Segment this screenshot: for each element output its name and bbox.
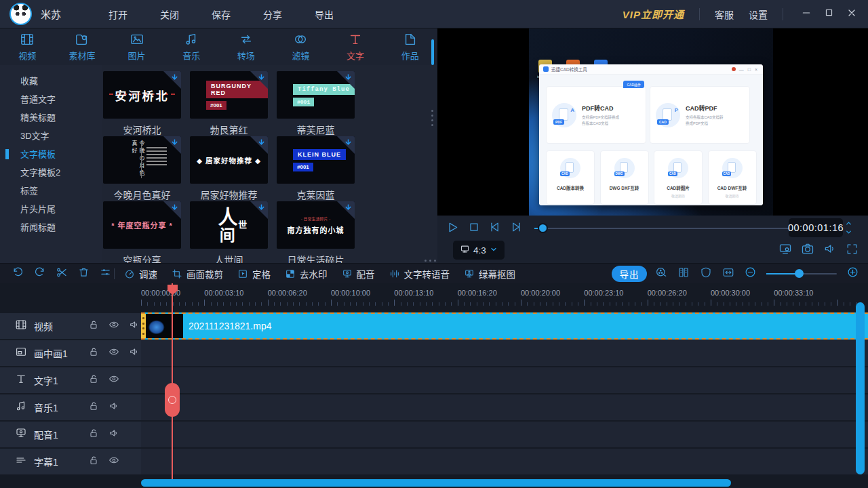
tool-crop[interactable]: 画面裁剪 [172,267,223,281]
download-button[interactable] [257,138,266,150]
track-header-2[interactable]: 文字1 [0,367,141,393]
tool-greenscreen[interactable]: 绿幕抠图 [464,267,515,281]
seek-handle[interactable] [538,223,548,233]
track-lock-toggle[interactable] [88,401,99,414]
tab-music[interactable]: 音乐 [164,28,219,65]
template-thumbnail[interactable]: 今晚の月色真好 [103,136,181,184]
menu-item-3[interactable]: 分享 [263,7,282,21]
zoom-in-button[interactable] [847,266,859,281]
screen-record-button[interactable] [778,242,792,258]
template-item[interactable]: - 日常生活碎片 -南方独有的小城日常生活碎片 [277,201,355,263]
playhead-handle[interactable] [165,383,180,417]
download-button[interactable] [344,73,353,85]
template-thumbnail[interactable]: 人世间 [190,201,268,249]
template-item[interactable]: 人世间人世间 [190,201,268,263]
template-thumbnail[interactable]: - 日常生活碎片 -南方独有的小城 [277,201,355,249]
sidebar-item-2[interactable]: 精美标题 [0,108,102,127]
zoom-out-button[interactable] [745,266,756,281]
download-button[interactable] [344,138,353,150]
track-lock-toggle[interactable] [88,346,99,360]
fit-timeline-button[interactable] [722,266,734,281]
next-frame-button[interactable] [509,220,523,237]
template-thumbnail[interactable]: * 年度空瓶分享 * [103,201,181,249]
minimize-button[interactable] [801,7,812,21]
sidebar-item-7[interactable]: 片头片尾 [0,200,102,218]
video-clip[interactable]: 202111231821.mp4 [141,312,868,340]
vertical-scrollbar[interactable] [856,302,865,474]
support-button[interactable]: 客服 [715,7,734,21]
close-button[interactable] [846,7,857,21]
download-button[interactable] [170,203,179,215]
tab-works[interactable]: 作品 [382,28,437,65]
maximize-button[interactable] [824,7,834,20]
tab-film[interactable]: 视频 [0,28,55,65]
delete-button[interactable] [78,266,90,281]
track-header-4[interactable]: 配音1 [0,422,141,447]
track-speaker-toggle[interactable] [108,401,119,414]
tool-watermark[interactable]: 去水印 [285,267,328,281]
play-button[interactable] [446,220,460,237]
track-eye-toggle[interactable] [108,373,119,387]
tab-filter[interactable]: 滤镜 [273,28,328,65]
template-item[interactable]: BURGUNDY RED#001勃艮第红 [190,71,268,136]
redo-button[interactable] [34,266,45,281]
split-view-button[interactable] [677,266,690,281]
settings-button[interactable]: 设置 [749,7,768,21]
template-item[interactable]: ◆ 居家好物推荐 ◆居家好物推荐 [190,136,268,201]
grid-scrollbar[interactable] [431,39,434,65]
tool-tts[interactable]: 文字转语音 [389,267,450,281]
sidebar-item-8[interactable]: 新闻标题 [0,218,102,237]
template-item[interactable]: 安河桥北安河桥北 [103,71,181,136]
template-item[interactable]: * 年度空瓶分享 *空瓶分享 [103,201,181,263]
download-button[interactable] [257,73,266,85]
tab-transition[interactable]: 转场 [219,28,274,65]
template-item[interactable]: Tiffany Blue#001蒂芙尼蓝 [277,71,355,136]
horizontal-scrollbar[interactable] [141,479,731,487]
previous-frame-button[interactable] [488,220,502,237]
tab-image[interactable]: 图片 [109,28,164,65]
track-eye-toggle[interactable] [108,319,119,333]
sidebar-item-0[interactable]: 收藏 [0,72,102,90]
tab-folder[interactable]: 素材库 [55,28,110,65]
track-header-3[interactable]: 音乐1 [0,394,141,420]
menu-item-2[interactable]: 保存 [212,7,231,21]
template-thumbnail[interactable]: 安河桥北 [103,71,181,119]
split-clip-button[interactable] [56,266,68,281]
spinner-up-icon[interactable] [845,220,852,227]
sidebar-item-4[interactable]: 文字模板 [0,145,102,163]
download-button[interactable] [170,138,179,150]
track-speaker-toggle[interactable] [129,346,140,360]
track-eye-toggle[interactable] [108,455,119,468]
template-item[interactable]: 今晚の月色真好今晚月色真好 [103,136,181,201]
track-speaker-toggle[interactable] [129,319,140,333]
panel-divider-handle[interactable] [431,110,433,126]
zoom-slider-handle[interactable] [795,269,804,278]
aspect-ratio-select[interactable]: 4:3 [453,241,505,260]
stop-button[interactable] [467,220,481,237]
tool-speed[interactable]: 调速 [124,267,157,281]
tool-freeze[interactable]: 定格 [237,267,271,281]
timecode-spinner[interactable] [845,218,852,237]
tab-ttext[interactable]: 文字 [328,28,383,65]
track-lock-toggle[interactable] [88,373,99,387]
track-settings-button[interactable] [100,266,111,281]
menu-item-1[interactable]: 关闭 [160,7,179,21]
snapshot-button[interactable] [801,242,814,258]
template-thumbnail[interactable]: ◆ 居家好物推荐 ◆ [190,136,268,184]
track-speaker-toggle[interactable] [108,428,119,441]
download-button[interactable] [170,73,179,85]
spinner-down-icon[interactable] [845,228,852,236]
timeline-zoom-slider[interactable] [766,273,837,274]
template-item[interactable]: KLEIN BLUE#001克莱因蓝 [277,136,355,201]
sidebar-item-1[interactable]: 普通文字 [0,90,102,108]
track-header-5[interactable]: 字幕1 [0,449,141,474]
sidebar-item-3[interactable]: 3D文字 [0,127,102,145]
track-header-0[interactable]: 视频 [0,313,141,339]
template-thumbnail[interactable]: Tiffany Blue#001 [277,71,355,119]
track-lock-toggle[interactable] [88,319,99,333]
menu-item-0[interactable]: 打开 [108,7,127,21]
vip-upgrade-button[interactable]: VIP立即开通 [623,7,684,21]
tool-micscreen[interactable]: 配音 [342,267,375,281]
export-button[interactable]: 导出 [612,266,647,282]
template-thumbnail[interactable]: BURGUNDY RED#001 [190,71,268,119]
